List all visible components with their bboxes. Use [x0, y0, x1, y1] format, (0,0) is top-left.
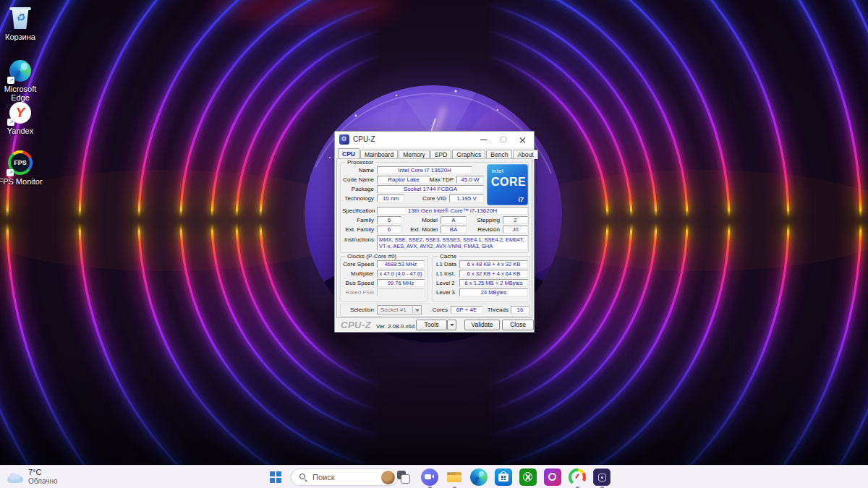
max-tdp-label: Max TDP [419, 176, 454, 184]
fps-monitor-icon: FPS [8, 150, 33, 175]
cpu-tab-page: Processor Name Intel Core i7 13620H Code… [336, 158, 532, 318]
close-icon [519, 137, 526, 143]
windows-logo-icon [270, 478, 275, 483]
windows-logo-icon [270, 471, 275, 476]
selection-label: Selection [345, 306, 374, 314]
chat-button[interactable] [421, 468, 438, 486]
ring-app-button[interactable] [544, 468, 561, 486]
desktop-screen: Корзина Microsoft Edge Y Yandex FPS FPS … [0, 0, 868, 488]
ext-family-label: Ext. Family [342, 226, 374, 234]
search-input[interactable]: Поиск [291, 468, 398, 486]
level3-label: Level 3 [435, 288, 458, 296]
tools-dropdown-button[interactable] [447, 320, 456, 330]
ext-family-field: 6 [377, 226, 401, 234]
tools-button[interactable]: Tools [416, 320, 447, 330]
groupbox-label: Processor [345, 159, 375, 166]
max-tdp-field: 45.0 W [456, 176, 484, 184]
window-title: CPU-Z [353, 132, 375, 147]
threads-field: 16 [511, 306, 529, 314]
revision-label: Revision [471, 226, 500, 234]
cores-label: Cores [425, 306, 448, 314]
l1-data-label: L1 Data [435, 260, 458, 268]
instructions-field: MMX, SSE, SSE2, SSE3, SSSE3, SSE4.1, SSE… [377, 235, 528, 250]
task-view-button[interactable] [395, 468, 412, 486]
selection-groupbox: Selection Socket #1 Cores 6P + 4E Thread… [340, 304, 530, 317]
search-highlight-image [381, 471, 395, 484]
yandex-icon: Y [9, 101, 32, 124]
fps-monitor-button[interactable] [569, 468, 586, 486]
weather-temp: 7°C [28, 468, 58, 477]
cloud-icon [7, 476, 23, 483]
desktop-icon-label: Microsoft Edge [0, 85, 43, 102]
windows-logo-icon [276, 471, 281, 476]
taskbar: 7°C Облачно Поиск ENG [0, 465, 868, 488]
desktop-icon-edge[interactable]: Microsoft Edge [0, 59, 43, 102]
validate-button[interactable]: Validate [464, 320, 500, 330]
file-explorer-button[interactable] [446, 468, 463, 486]
xbox-button[interactable] [519, 468, 537, 486]
core-speed-field: 4688.53 MHz [377, 260, 425, 268]
close-button[interactable] [513, 132, 532, 147]
multiplier-label: Multiplier [342, 270, 374, 278]
stepping-field: 2 [503, 216, 528, 224]
rated-fsb-field [377, 288, 425, 296]
desktop-icon-yandex[interactable]: Y Yandex [0, 101, 43, 135]
ext-model-label: Ext. Model [407, 226, 438, 234]
processor-groupbox: Processor Name Intel Core i7 13620H Code… [340, 162, 529, 253]
intel-core-badge: intel CORE i7 [487, 164, 528, 205]
desktop-icon-recycle-bin[interactable]: Корзина [0, 6, 43, 41]
cache-groupbox: Cache L1 Data 6 x 48 KB + 4 x 32 KB L1 I… [433, 256, 530, 301]
gear-icon [339, 134, 349, 145]
stepping-label: Stepping [471, 216, 500, 224]
maximize-button [493, 132, 513, 147]
l1-inst-label: L1 Inst. [435, 270, 458, 278]
level2-field: 6 x 1.25 MB + 2 MBytes [459, 279, 528, 287]
edge-taskbar-button[interactable] [470, 468, 488, 486]
code-name-label: Code Name [342, 176, 374, 184]
family-field: 6 [377, 216, 401, 224]
socket-selection-dropdown[interactable]: Socket #1 [377, 305, 422, 314]
level2-label: Level 2 [435, 279, 458, 287]
minimize-button[interactable] [474, 132, 493, 147]
search-placeholder: Поиск [312, 473, 381, 481]
weather-widget[interactable]: 7°C Облачно [7, 468, 58, 485]
minimize-icon [480, 140, 487, 140]
model-label: Model [407, 216, 438, 224]
desktop-icon-label: Yandex [0, 127, 43, 135]
cpuz-window: CPU-Z CPUMainboardMemorySPDGraphicsBench… [334, 131, 535, 333]
store-button[interactable] [495, 468, 512, 486]
l1-inst-field: 6 x 32 KB + 4 x 64 KB [459, 270, 528, 278]
edge-icon [9, 59, 32, 82]
weather-condition: Облачно [28, 477, 58, 485]
specification-label: Specification [342, 207, 374, 215]
purple-window-app-button[interactable] [593, 468, 610, 486]
desktop-icon-fps-monitor[interactable]: FPS FPS Monitor [0, 150, 43, 186]
recycle-bin-icon [8, 6, 33, 30]
version-text: Ver. 2.08.0.x64 [376, 323, 414, 330]
cores-field: 6P + 4E [451, 306, 482, 314]
start-button[interactable] [270, 471, 281, 483]
maximize-icon [501, 137, 506, 142]
rated-fsb-label: Rated FSB [342, 288, 374, 296]
bus-speed-field: 99.76 MHz [377, 279, 425, 287]
name-label: Name [342, 166, 374, 174]
cpuz-footer: CPU-Z Ver. 2.08.0.x64 Tools Validate Clo… [335, 318, 535, 333]
cpu-name-field: Intel Core i7 13620H [377, 166, 472, 174]
family-label: Family [342, 216, 374, 224]
model-field: A [441, 216, 467, 224]
bus-speed-label: Bus Speed [342, 279, 374, 287]
core-vid-label: Core VID [413, 194, 446, 202]
tab-cpu[interactable]: CPU [338, 148, 359, 159]
l1-data-field: 6 x 48 KB + 4 x 32 KB [459, 260, 528, 268]
package-field: Socket 1744 FCBGA [377, 185, 484, 193]
shortcut-arrow-icon [7, 119, 14, 126]
chevron-down-icon [412, 307, 420, 313]
close-dialog-button[interactable]: Close [502, 320, 534, 330]
ext-model-field: BA [441, 226, 467, 234]
revision-field: J0 [503, 226, 528, 234]
cpuz-titlebar[interactable]: CPU-Z [335, 132, 534, 147]
core-vid-field: 1.195 V [449, 194, 484, 202]
groupbox-label: Clocks (P-Core #0) [345, 253, 399, 260]
fps-monitor-icon [571, 471, 583, 483]
desktop-icon-label: FPS Monitor [0, 177, 43, 186]
